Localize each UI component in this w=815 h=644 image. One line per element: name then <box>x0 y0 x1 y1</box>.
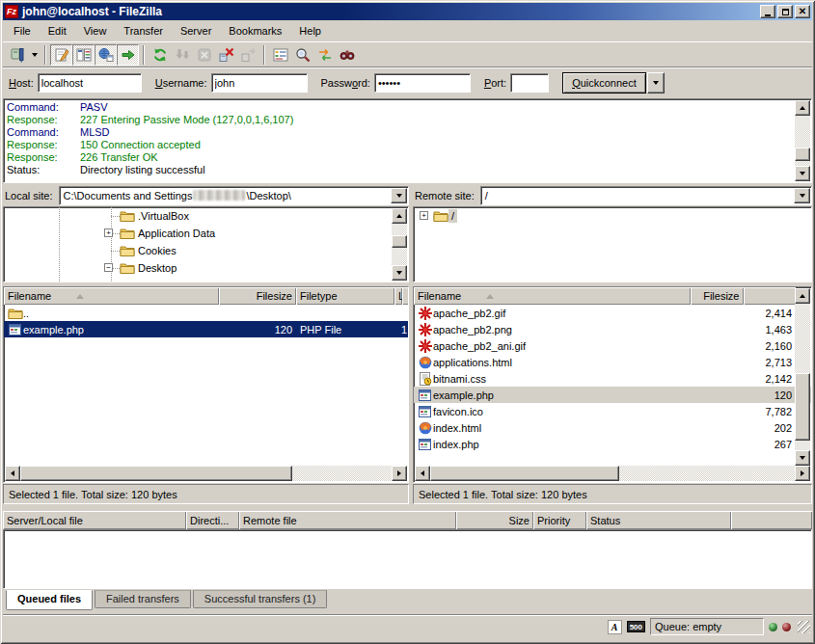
file-row-example-php[interactable]: example.php120PHP File1 <box>4 321 408 337</box>
tree-item-cookies[interactable]: Cookies <box>4 242 408 259</box>
toggle-local-tree-button[interactable] <box>72 44 95 66</box>
file-row--[interactable]: .. <box>4 305 408 321</box>
filename-text: example.php <box>433 389 494 401</box>
tree-item-root[interactable]: +/ <box>414 207 811 225</box>
queue-column-status[interactable]: Status <box>586 511 731 529</box>
log-scrollbar[interactable] <box>795 100 810 181</box>
local-scroll-left-button[interactable] <box>5 466 20 481</box>
close-icon: ✕ <box>799 7 806 16</box>
queue-column-server-local-file[interactable]: Server/Local file <box>3 511 186 529</box>
column-header-filesize[interactable]: Filesize <box>691 287 744 305</box>
username-input[interactable] <box>211 73 308 93</box>
column-header-filetype[interactable]: Filetype <box>296 287 394 305</box>
file-row-bitnami-css[interactable]: bitnami.css2,142 <box>414 370 811 387</box>
resize-grip[interactable] <box>798 621 810 633</box>
port-input[interactable] <box>510 73 549 93</box>
queue-splitter[interactable] <box>3 504 812 511</box>
site-manager-button[interactable] <box>6 44 28 66</box>
remote-list-scrollbar-thumb[interactable] <box>795 373 810 441</box>
synchronized-browsing-button[interactable] <box>313 44 336 66</box>
column-header-filesize[interactable]: Filesize <box>219 287 296 305</box>
remote-site-combobox[interactable]: / <box>480 186 812 205</box>
queue-column-directi-[interactable]: Directi... <box>186 511 239 529</box>
directory-comparison-button[interactable] <box>291 44 313 66</box>
tab-failed-transfers[interactable]: Failed transfers <box>95 590 191 608</box>
remote-scroll-right-button[interactable] <box>795 466 810 481</box>
site-manager-dropdown-button[interactable] <box>28 44 41 66</box>
column-header-filename[interactable]: Filename <box>414 287 691 305</box>
queue-column-priority[interactable]: Priority <box>533 511 586 529</box>
speed-limit-icon[interactable]: 500 <box>627 621 645 632</box>
menu-server[interactable]: Server <box>172 22 220 40</box>
tree-item-application-data[interactable]: +Application Data <box>4 225 408 242</box>
file-row-index-php[interactable]: index.php267 <box>414 436 811 452</box>
folder-icon <box>8 306 23 321</box>
quickconnect-dropdown-button[interactable] <box>647 72 665 94</box>
minimize-button[interactable] <box>760 5 775 18</box>
file-row-applications-html[interactable]: applications.html2,713 <box>414 354 811 370</box>
html-icon <box>418 420 433 436</box>
remote-list-scroll-up-button[interactable] <box>795 288 810 304</box>
expand-plus-icon[interactable]: + <box>420 211 428 220</box>
filename-cell: apache_pb2.gif <box>414 306 691 321</box>
filename-filters-button[interactable] <box>269 44 291 66</box>
column-header-l[interactable]: L <box>394 287 402 305</box>
tab-successful-transfers-1-[interactable]: Successful transfers (1) <box>193 590 328 608</box>
remote-scroll-left-button[interactable] <box>415 466 430 481</box>
file-row-apache-pb2-png[interactable]: apache_pb2.png1,463 <box>414 321 811 337</box>
refresh-button[interactable] <box>149 44 171 66</box>
local-site-dropdown-button[interactable] <box>391 188 407 203</box>
menu-view[interactable]: View <box>75 22 116 40</box>
menu-help[interactable]: Help <box>290 22 330 40</box>
remote-horizontal-scrollbar[interactable] <box>415 466 810 481</box>
tab-queued-files[interactable]: Queued files <box>6 590 93 610</box>
file-row-index-html[interactable]: index.html202 <box>414 419 811 436</box>
close-button[interactable]: ✕ <box>795 5 810 18</box>
remote-list-scrollbar[interactable] <box>795 288 810 466</box>
maximize-icon <box>782 9 789 15</box>
arrow-left-icon <box>421 470 424 476</box>
toolbar <box>3 41 812 67</box>
menu-transfer[interactable]: Transfer <box>115 22 172 40</box>
reconnect-button <box>237 44 259 66</box>
toggle-message-log-button[interactable] <box>50 44 72 66</box>
queue-column-size[interactable]: Size <box>456 511 533 529</box>
toggle-transfer-queue-button[interactable] <box>117 44 139 66</box>
data-type-indicator-icon[interactable]: A <box>608 620 622 634</box>
expand-plus-icon[interactable]: + <box>104 228 113 237</box>
password-input[interactable] <box>374 73 471 93</box>
file-row-apache-pb2-gif[interactable]: apache_pb2.gif2,414 <box>414 305 811 321</box>
queue-column-remote-file[interactable]: Remote file <box>239 511 456 529</box>
file-row-favicon-ico[interactable]: favicon.ico7,782 <box>414 403 811 419</box>
local-horizontal-scrollbar[interactable] <box>5 466 407 481</box>
log-scroll-down-button[interactable] <box>795 166 810 181</box>
local-directory-tree: .VirtualBox+Application DataCookies−Desk… <box>3 206 409 282</box>
local-hscroll-thumb[interactable] <box>20 466 292 481</box>
collapse-minus-icon[interactable]: − <box>104 263 113 272</box>
filename-text: apache_pb2_ani.gif <box>433 340 526 352</box>
filename-cell: index.html <box>414 420 691 436</box>
file-row-apache-pb2-ani-gif[interactable]: apache_pb2_ani.gif2,160 <box>414 337 811 354</box>
local-scroll-right-button[interactable] <box>392 466 407 481</box>
remote-site-dropdown-button[interactable] <box>794 188 810 203</box>
menu-edit[interactable]: Edit <box>40 22 75 40</box>
disconnect-button[interactable] <box>215 44 237 66</box>
menu-bookmarks[interactable]: Bookmarks <box>220 22 290 40</box>
log-scrollbar-thumb[interactable] <box>795 148 810 161</box>
toggle-remote-tree-button[interactable] <box>95 44 117 66</box>
remote-hscroll-thumb[interactable] <box>430 466 619 481</box>
quickconnect-button[interactable]: Quickconnect <box>562 72 646 94</box>
column-header-filename[interactable]: Filename <box>4 287 219 305</box>
find-files-button[interactable] <box>336 44 358 66</box>
tree-item-desktop[interactable]: −Desktop <box>4 259 408 277</box>
maximize-button[interactable] <box>777 5 793 18</box>
host-input[interactable] <box>38 73 142 93</box>
remote-list-scroll-down-button[interactable] <box>795 450 810 466</box>
local-site-combobox[interactable]: C:\Documents and Settings\Desktop\ <box>59 186 409 205</box>
log-line: Response:226 Transfer OK <box>7 151 794 164</box>
log-scroll-up-button[interactable] <box>795 100 810 116</box>
menu-file[interactable]: File <box>5 22 40 40</box>
file-row-example-php[interactable]: example.php120 <box>414 387 811 403</box>
column-header-label: Filename <box>8 290 51 302</box>
tree-item--virtualbox[interactable]: .VirtualBox <box>4 207 408 225</box>
